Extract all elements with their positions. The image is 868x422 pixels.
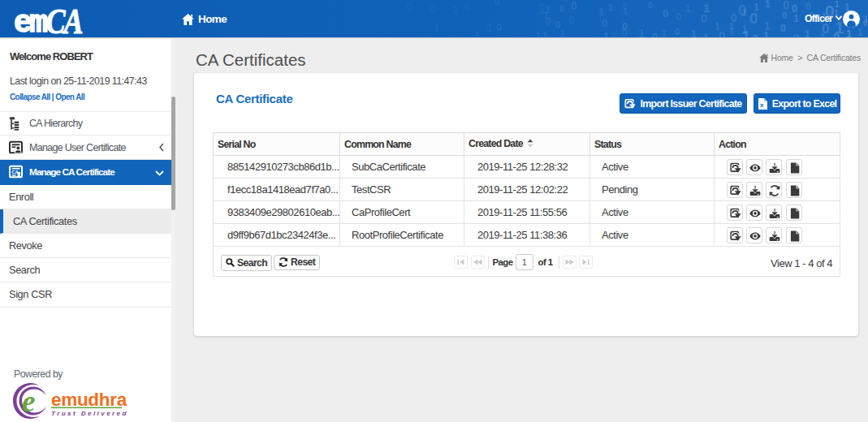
svg-text:emudhra: emudhra — [51, 390, 127, 410]
svg-text:Trust Delivered: Trust Delivered — [51, 410, 128, 417]
svg-text:e: e — [22, 385, 35, 418]
